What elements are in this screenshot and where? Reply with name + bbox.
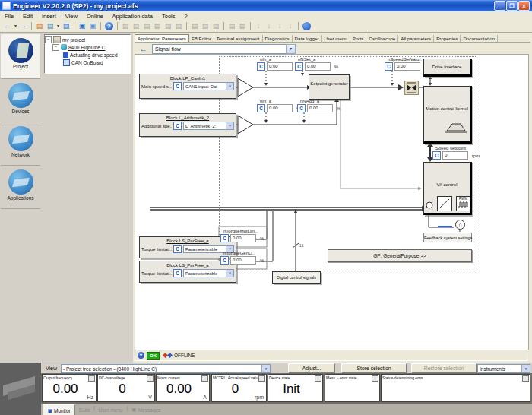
tab-oscilloscope[interactable]: Oscilloscope: [366, 35, 398, 42]
import-disabled-icon: ↓: [285, 21, 296, 31]
instrument-device-state: Device state Init: [268, 374, 323, 402]
signal-value[interactable]: 0.00: [267, 104, 293, 112]
menu-help[interactable]: ?: [180, 13, 192, 20]
adjust-button[interactable]: Adjust...: [288, 363, 335, 373]
open-project-icon[interactable]: ▤: [45, 21, 55, 31]
tree-item-can[interactable]: CAN OnBoard: [45, 59, 130, 66]
instrument-actual-speed: MCTRL: Actual speed value 0 rpm: [211, 374, 267, 402]
tab-ports[interactable]: Ports: [350, 35, 366, 42]
feedback-encoder-icon: ∩: [455, 220, 465, 230]
tab-build: Build: [75, 404, 93, 415]
tab-documentation[interactable]: Documentation: [461, 35, 498, 42]
accept-icon[interactable]: ▾: [138, 352, 144, 359]
signal-value[interactable]: 0: [442, 151, 468, 160]
tab-user-menu[interactable]: User menu: [322, 35, 350, 42]
fb-view-icon[interactable]: ▣: [77, 21, 87, 31]
code-button[interactable]: C: [385, 62, 393, 71]
signal-value[interactable]: 0.00: [394, 62, 420, 71]
sidebar-item-network[interactable]: Network: [1, 122, 40, 166]
signal-value[interactable]: 0.00: [267, 62, 293, 71]
title-bar: Engineer V2.20.2.0 (SP2) - my project.af…: [0, 0, 532, 11]
network-icon: [8, 126, 33, 151]
view-selection-dropdown[interactable]: - Project tree selection - (8400 HighLin…: [61, 364, 271, 373]
code-button[interactable]: C: [173, 122, 182, 130]
instruments-dropdown[interactable]: Instruments ▾: [477, 364, 530, 373]
drive-interface-block[interactable]: Drive interface: [423, 59, 472, 77]
signal-nnadd-a: nNAdd_a C 0.00 %: [297, 99, 340, 112]
signal-value[interactable]: 0.00: [307, 104, 333, 112]
menu-application-data[interactable]: Application data: [108, 13, 157, 20]
code-button[interactable]: C: [220, 256, 229, 265]
general-purpose-button[interactable]: GP: GeneralPurpose >>: [328, 249, 472, 262]
instrument-detail-button[interactable]: [147, 375, 154, 382]
setpoint-generator-block[interactable]: Setpoint generator: [309, 74, 350, 100]
signal-value[interactable]: 0.00: [230, 234, 256, 242]
restore-button[interactable]: ❐: [506, 1, 518, 11]
tree-item-application[interactable]: Actuating drive speed: [45, 51, 130, 59]
chevron-down-icon: ▾: [226, 122, 233, 129]
tab-terminal-assignment[interactable]: Terminal assignment: [214, 35, 263, 42]
menu-view[interactable]: View: [61, 13, 82, 20]
menu-insert[interactable]: Insert: [37, 13, 61, 20]
signal-value[interactable]: 0.00: [230, 256, 256, 265]
code-button[interactable]: C: [257, 62, 265, 71]
instrument-detail-button[interactable]: [258, 375, 265, 382]
parfree2-source-select[interactable]: Parameterizable ▾: [183, 269, 234, 277]
code-button[interactable]: C: [173, 269, 182, 277]
online-dialog-icon[interactable]: [302, 22, 311, 30]
tab-monitor[interactable]: Monitor: [43, 404, 75, 415]
tab-application-parameters[interactable]: Application Parameters: [135, 34, 189, 42]
instrument-detail-button[interactable]: [315, 375, 321, 382]
code-button[interactable]: C: [257, 104, 265, 112]
instrument-detail-button[interactable]: [88, 375, 95, 382]
split-view-icon[interactable]: ▣: [87, 21, 98, 31]
back-history-icon[interactable]: ▾: [13, 21, 18, 31]
code-button[interactable]: C: [297, 104, 306, 112]
help-icon[interactable]: ?: [105, 22, 113, 30]
digital-control-signals-button[interactable]: Digital control signals: [272, 271, 321, 284]
sidebar-item-project[interactable]: Project: [1, 34, 40, 79]
device-icon: [61, 44, 67, 50]
collapse-icon[interactable]: −: [45, 36, 52, 43]
arithmetik-source-select[interactable]: L_Arithmetik_2: ▾: [183, 122, 234, 130]
code-button[interactable]: C: [432, 151, 441, 160]
toolbar-disabled-icon: ▤: [141, 21, 152, 31]
close-button[interactable]: x: [518, 1, 530, 11]
forward-icon[interactable]: →: [18, 21, 29, 31]
tab-diagnostics[interactable]: Diagnostics: [263, 35, 293, 42]
tab-data-logger[interactable]: Data logger: [293, 35, 322, 42]
instrument-detail-button[interactable]: [522, 375, 529, 382]
monitor-instrument-panel: Output frequency 0.00 Hz DC-bus voltage …: [41, 373, 532, 404]
motion-control-kernel-block[interactable]: Motion control kernel: [423, 86, 472, 144]
save-icon[interactable]: ▤: [61, 21, 71, 31]
instrument-detail-button[interactable]: [201, 375, 208, 382]
sidebar-item-applications[interactable]: Applications: [1, 166, 40, 209]
dialog-level-select[interactable]: Signal flow ▾: [152, 44, 296, 54]
menu-tools[interactable]: Tools: [157, 13, 180, 20]
menu-edit[interactable]: Edit: [18, 13, 37, 20]
toolbar-disabled-icon: ▤: [237, 21, 248, 31]
open-more-icon[interactable]: ▾: [55, 21, 61, 31]
collapse-icon[interactable]: −: [52, 44, 59, 51]
dialog-back-icon[interactable]: ←: [139, 44, 147, 53]
menu-file[interactable]: File: [0, 13, 18, 20]
minimize-button[interactable]: _: [494, 1, 505, 11]
instrument-detail-button[interactable]: [372, 375, 378, 382]
tab-all-parameters[interactable]: All parameters: [398, 35, 434, 42]
new-project-icon[interactable]: ▤: [34, 21, 45, 31]
menu-online[interactable]: Online: [82, 13, 108, 20]
code-button[interactable]: C: [220, 234, 229, 242]
code-button[interactable]: C: [173, 82, 182, 90]
signal-value[interactable]: 0.00: [305, 62, 331, 71]
tab-fb-editor[interactable]: FB Editor: [189, 35, 214, 42]
code-button[interactable]: C: [173, 245, 182, 253]
sidebar-item-devices[interactable]: Devices: [1, 79, 40, 122]
canin1-source-select[interactable]: CAN1 input: Dat ▾: [183, 82, 234, 90]
tree-item-my-project[interactable]: − my project: [45, 36, 130, 43]
tree-item-device[interactable]: − 8400 HighLine C: [45, 43, 130, 51]
back-icon[interactable]: ←: [2, 21, 13, 31]
tab-properties[interactable]: Properties: [434, 35, 461, 42]
code-button[interactable]: C: [295, 62, 303, 71]
store-selection-button[interactable]: Store selection: [341, 363, 407, 373]
feedback-settings-button[interactable]: Feedback system settings: [423, 233, 472, 242]
